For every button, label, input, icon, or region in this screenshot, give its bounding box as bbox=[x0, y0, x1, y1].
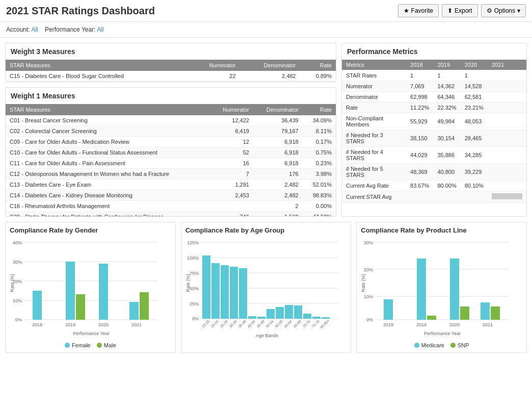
weight1-panel: Weight 1 Measures STAR Measures Numerato… bbox=[5, 87, 336, 217]
svg-rect-37 bbox=[202, 255, 210, 319]
medicare-dot bbox=[414, 343, 419, 348]
svg-text:25%: 25% bbox=[190, 301, 199, 306]
svg-text:45-49: 45-49 bbox=[256, 319, 265, 328]
svg-text:75-79: 75-79 bbox=[311, 319, 320, 328]
chart-age-title: Compliance Rate by Age Group bbox=[185, 226, 347, 234]
chart-gender-area: 40% 30% 20% 10% 0% Rate (%) bbox=[10, 237, 171, 339]
legend-snp: SNP bbox=[450, 342, 469, 348]
legend-male: Male bbox=[97, 342, 116, 348]
svg-text:125%: 125% bbox=[187, 240, 199, 245]
svg-text:55-59: 55-59 bbox=[274, 319, 283, 328]
chart-product-area: 30% 20% 10% 0% Rate (%) bbox=[361, 237, 522, 339]
svg-text:40%: 40% bbox=[13, 240, 22, 245]
svg-rect-40 bbox=[230, 267, 238, 319]
svg-rect-44 bbox=[267, 309, 275, 319]
svg-text:25-29: 25-29 bbox=[219, 319, 228, 328]
perf-panel: Performance Metrics Metrics 2018 2019 20… bbox=[341, 43, 527, 217]
table-row: C11 - Care for Older Adults - Pain Asses… bbox=[6, 158, 336, 169]
svg-text:2021: 2021 bbox=[131, 322, 142, 327]
weight1-title: Weight 1 Measures bbox=[6, 88, 336, 104]
svg-rect-75 bbox=[384, 299, 393, 320]
svg-rect-41 bbox=[239, 268, 247, 319]
svg-rect-79 bbox=[450, 259, 459, 320]
table-row: C13 - Diabetes Care - Eye Exam1,2912,482… bbox=[6, 180, 336, 190]
account-label: Account: bbox=[6, 26, 30, 33]
svg-text:60-64: 60-64 bbox=[283, 319, 292, 328]
svg-text:30%: 30% bbox=[364, 240, 373, 245]
svg-rect-42 bbox=[248, 316, 256, 319]
perf-col-metric: Metrics bbox=[342, 60, 406, 70]
snp-dot bbox=[450, 343, 456, 348]
account-link[interactable]: All bbox=[31, 26, 38, 33]
chart-gender-legend: Female Male bbox=[10, 342, 171, 348]
svg-text:65-69: 65-69 bbox=[292, 319, 302, 328]
svg-text:100%: 100% bbox=[187, 255, 199, 261]
perf-year-link[interactable]: All bbox=[97, 26, 103, 33]
svg-rect-39 bbox=[221, 265, 229, 319]
table-row: # Needed for 5 STARS48,36940,80039,229 bbox=[342, 164, 526, 181]
chart-product-legend: Medicare SNP bbox=[361, 342, 522, 348]
weight3-col-rate: Rate bbox=[300, 60, 336, 71]
svg-text:20-24: 20-24 bbox=[210, 319, 219, 328]
filter-bar: Account: All Performance Year: All bbox=[0, 22, 532, 38]
svg-rect-81 bbox=[481, 302, 490, 320]
table-row: STAR Rates111 bbox=[342, 70, 526, 81]
export-button[interactable]: ⬆ Export bbox=[442, 4, 478, 17]
svg-text:0%: 0% bbox=[192, 316, 199, 321]
svg-text:30%: 30% bbox=[13, 260, 22, 265]
svg-rect-50 bbox=[322, 317, 330, 319]
svg-text:20%: 20% bbox=[364, 267, 373, 272]
weight1-col-measure: STAR Measures bbox=[6, 104, 211, 115]
table-row: Denominator62,99864,34662,581 bbox=[342, 92, 526, 102]
svg-rect-77 bbox=[417, 259, 426, 320]
options-button[interactable]: ⚙ Options ▾ bbox=[481, 4, 526, 17]
perf-year-label: Performance Year: bbox=[45, 26, 95, 33]
favorite-button[interactable]: ★ Favorite bbox=[398, 4, 439, 17]
svg-rect-49 bbox=[312, 317, 321, 319]
svg-text:35-39: 35-39 bbox=[237, 319, 247, 328]
charts-row: Compliance Rate by Gender 40% 30% 20% 10… bbox=[5, 222, 527, 353]
chart-product-svg: 30% 20% 10% 0% Rate (%) bbox=[361, 237, 514, 339]
svg-text:Rate (%): Rate (%) bbox=[185, 274, 191, 292]
svg-text:70-74: 70-74 bbox=[302, 319, 311, 328]
svg-rect-82 bbox=[491, 306, 500, 320]
svg-text:75%: 75% bbox=[190, 271, 199, 276]
chart-product-title: Compliance Rate by Product Line bbox=[361, 226, 522, 234]
perf-col-2018: 2018 bbox=[406, 60, 433, 70]
main-content: Weight 3 Measures STAR Measures Numerato… bbox=[0, 38, 532, 358]
svg-text:Performance Year: Performance Year bbox=[73, 331, 110, 336]
chart-gender-title: Compliance Rate by Gender bbox=[10, 226, 171, 234]
female-dot bbox=[65, 343, 70, 348]
perf-title: Performance Metrics bbox=[342, 43, 526, 60]
svg-text:40-44: 40-44 bbox=[247, 319, 256, 328]
left-panels: Weight 3 Measures STAR Measures Numerato… bbox=[5, 43, 336, 217]
page-header: 2021 STAR Ratings Dashboard ★ Favorite ⬆… bbox=[0, 0, 532, 22]
svg-rect-78 bbox=[427, 316, 436, 320]
svg-text:Rate (%): Rate (%) bbox=[10, 274, 15, 292]
weight1-col-denominator: Denominator bbox=[253, 104, 303, 115]
chevron-down-icon: ▾ bbox=[517, 7, 520, 14]
svg-text:2020: 2020 bbox=[449, 322, 460, 327]
table-row: Current STAR Avg bbox=[342, 191, 526, 203]
svg-rect-13 bbox=[66, 262, 75, 320]
page-title: 2021 STAR Ratings Dashboard bbox=[6, 5, 155, 17]
svg-text:2019: 2019 bbox=[416, 322, 427, 327]
svg-rect-48 bbox=[303, 314, 311, 319]
weight1-table-wrap[interactable]: STAR Measures Numerator Denominator Rate… bbox=[6, 104, 336, 216]
svg-rect-43 bbox=[257, 317, 265, 319]
svg-text:2020: 2020 bbox=[98, 322, 109, 327]
male-dot bbox=[97, 343, 102, 348]
chart-age-svg: 125% 100% 75% 50% 25% 0% Rate (%) bbox=[185, 237, 343, 339]
svg-text:80-85+: 80-85+ bbox=[320, 319, 330, 329]
svg-text:30-34: 30-34 bbox=[228, 319, 237, 328]
perf-col-2019: 2019 bbox=[433, 60, 460, 70]
table-row: Current Avg Rate83.67%80.00%80.10% bbox=[342, 181, 526, 191]
chart-age-area: 125% 100% 75% 50% 25% 0% Rate (%) bbox=[185, 237, 347, 339]
perf-metrics-scroll[interactable]: Metrics 2018 2019 2020 2021 STAR Rates11… bbox=[342, 60, 526, 203]
table-row: C15 - Diabetes Care - Blood Sugar Contro… bbox=[6, 71, 336, 82]
top-row: Weight 3 Measures STAR Measures Numerato… bbox=[5, 43, 527, 217]
svg-rect-14 bbox=[76, 294, 85, 320]
perf-col-2021: 2021 bbox=[488, 60, 526, 70]
svg-text:10%: 10% bbox=[364, 294, 373, 299]
svg-rect-18 bbox=[140, 292, 149, 320]
